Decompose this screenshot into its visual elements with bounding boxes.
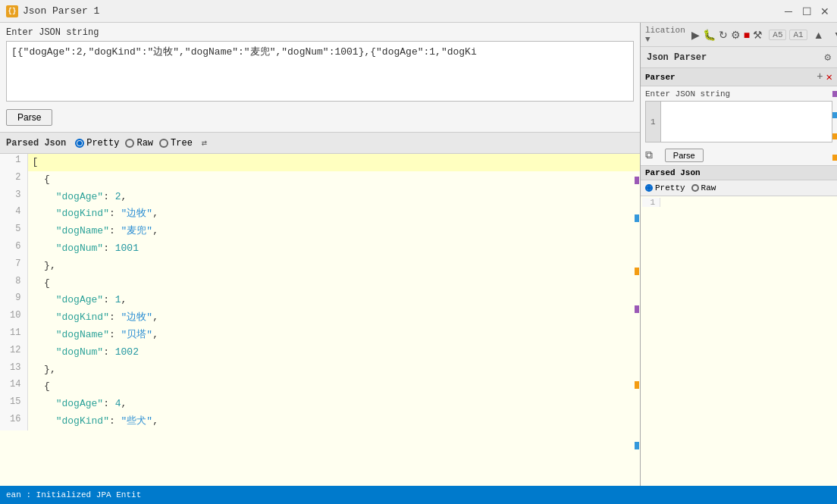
- right-parsed-label: Parsed Json: [645, 168, 701, 177]
- right-parse-btn-row: ⧉ Parse: [641, 146, 837, 166]
- input-section: Enter JSON string [{"dogAge":2,"dogKind"…: [0, 23, 640, 133]
- right-panel-header: Json Parser ⚙: [641, 47, 837, 68]
- parsed-section: Parsed Json Pretty Raw Tree ⇄: [0, 133, 640, 486]
- line-number: 6: [0, 240, 27, 258]
- line-content: "dogNum": 1002: [27, 344, 640, 362]
- toolbar-run-btn[interactable]: ▶: [691, 27, 700, 43]
- right-raw-radio[interactable]: [691, 184, 699, 192]
- mode-pretty[interactable]: Pretty: [75, 138, 119, 149]
- right-input-label: Enter JSON string: [645, 89, 832, 99]
- toolbar-debug-btn[interactable]: 🐛: [703, 27, 716, 43]
- line-number: 4: [0, 205, 27, 223]
- nav-down-btn[interactable]: ▼: [830, 27, 837, 43]
- right-parse-button[interactable]: Parse: [665, 149, 704, 162]
- input-section-label: Enter JSON string: [6, 27, 634, 38]
- right-line-num: 1: [645, 101, 660, 142]
- table-row: 9 "dogAge": 1,: [0, 292, 640, 309]
- settings-icon[interactable]: ⚙: [825, 51, 831, 64]
- a5-badge: A5: [769, 30, 786, 40]
- toolbar-reload-btn[interactable]: ↻: [719, 27, 728, 43]
- tree-radio[interactable]: [159, 139, 168, 148]
- line-content: "dogKind": "边牧",: [27, 309, 640, 327]
- line-number: 1: [0, 154, 27, 171]
- status-bar: ean : Initialized JPA Entit: [0, 486, 837, 504]
- table-row: 4 "dogKind": "边牧",: [0, 205, 640, 223]
- table-row: 8 {: [0, 275, 640, 293]
- window-title: Json Parser 1: [23, 5, 782, 17]
- right-line-content: [660, 198, 663, 207]
- minimize-button[interactable]: ─: [782, 5, 795, 17]
- indicator-6: [635, 442, 639, 449]
- line-number: 10: [0, 309, 27, 327]
- right-panel: lication ▼ ▶ 🐛 ↻ ⚙ ■ ⚒ A5 A1 ▲ ▼ + Json …: [641, 23, 837, 486]
- line-content: "dogKind": "些犬",: [27, 413, 640, 430]
- right-close-btn[interactable]: ✕: [826, 70, 832, 83]
- right-raw-label: Raw: [701, 183, 716, 193]
- line-number: 16: [0, 413, 27, 430]
- code-container[interactable]: 1[2 {3 "dogAge": 2,4 "dogKind": "边牧",5 "…: [0, 154, 640, 486]
- line-content: },: [27, 258, 640, 275]
- table-row: 14 {: [0, 378, 640, 396]
- right-mode-pretty[interactable]: Pretty: [645, 183, 685, 193]
- right-parser-header: Parser + ✕: [641, 68, 837, 86]
- line-content: [: [27, 154, 640, 171]
- right-input-row: 1: [645, 101, 832, 142]
- line-content: {: [27, 171, 640, 189]
- pretty-radio[interactable]: [75, 139, 84, 148]
- window-controls[interactable]: ─ ☐ ✕: [782, 5, 831, 17]
- close-button[interactable]: ✕: [819, 5, 831, 17]
- right-pretty-radio[interactable]: [645, 184, 653, 192]
- toolbar-build-btn[interactable]: ⚒: [753, 27, 763, 43]
- mode-tree[interactable]: Tree: [159, 138, 193, 149]
- application-label: lication ▼: [645, 26, 685, 44]
- line-content: {: [27, 275, 640, 293]
- line-content: "dogAge": 4,: [27, 396, 640, 413]
- line-number: 14: [0, 378, 27, 396]
- right-copy-icon[interactable]: ⧉: [645, 149, 653, 161]
- right-pretty-label: Pretty: [655, 183, 685, 193]
- right-mode-row: Pretty Raw: [641, 180, 837, 196]
- raw-radio[interactable]: [125, 139, 134, 148]
- mode-raw[interactable]: Raw: [125, 138, 153, 149]
- line-content: "dogNum": 1001: [27, 240, 640, 258]
- nav-up-btn[interactable]: ▲: [810, 27, 827, 43]
- pretty-label: Pretty: [86, 138, 119, 149]
- line-number: 2: [0, 171, 27, 189]
- right-code-area[interactable]: 1: [641, 196, 837, 486]
- right-json-input[interactable]: [660, 101, 832, 142]
- maximize-button[interactable]: ☐: [801, 5, 813, 17]
- table-row: 12 "dogNum": 1002: [0, 344, 640, 362]
- line-number: 3: [0, 189, 27, 206]
- table-row: 10 "dogKind": "边牧",: [0, 309, 640, 327]
- left-panel: Enter JSON string [{"dogAge":2,"dogKind"…: [0, 23, 641, 486]
- line-number: 9: [0, 292, 27, 309]
- line-number: 12: [0, 344, 27, 362]
- table-row: 3 "dogAge": 2,: [0, 189, 640, 206]
- line-content: {: [27, 378, 640, 396]
- right-panel-title: Json Parser: [647, 52, 707, 63]
- right-mode-raw[interactable]: Raw: [691, 183, 716, 193]
- right-parser-controls: + ✕: [817, 70, 832, 83]
- table-row: 1[: [0, 154, 640, 171]
- line-number: 15: [0, 396, 27, 413]
- raw-label: Raw: [136, 138, 153, 149]
- parse-button[interactable]: Parse: [6, 109, 52, 126]
- table-row: 16 "dogKind": "些犬",: [0, 413, 640, 430]
- line-content: "dogName": "麦兜",: [27, 223, 640, 240]
- line-content: "dogAge": 2,: [27, 189, 640, 206]
- line-number: 8: [0, 275, 27, 293]
- line-number: 7: [0, 258, 27, 275]
- table-row: 5 "dogName": "麦兜",: [0, 223, 640, 240]
- right-line-row: 1: [642, 198, 835, 207]
- toolbar-stop-btn[interactable]: ■: [744, 27, 750, 43]
- line-content: "dogKind": "边牧",: [27, 205, 640, 223]
- table-row: 11 "dogName": "贝塔",: [0, 327, 640, 344]
- right-add-btn[interactable]: +: [817, 70, 823, 83]
- parsed-header: Parsed Json Pretty Raw Tree ⇄: [0, 133, 640, 154]
- count-area: A5 A1 ▲ ▼ +: [769, 27, 837, 43]
- toolbar-settings-btn[interactable]: ⚙: [731, 27, 741, 43]
- table-row: 6 "dogNum": 1001: [0, 240, 640, 258]
- tree-label: Tree: [171, 138, 193, 149]
- format-icon[interactable]: ⇄: [202, 137, 207, 149]
- json-input[interactable]: [{"dogAge":2,"dogKind":"边牧","dogName":"麦…: [6, 41, 634, 102]
